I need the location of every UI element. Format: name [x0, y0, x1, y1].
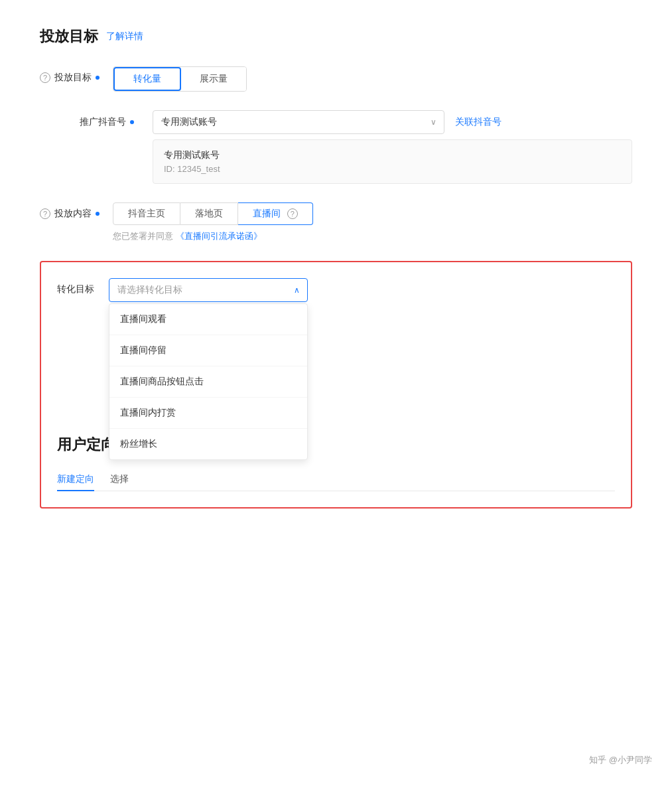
- toggle-conversion-btn[interactable]: 转化量: [113, 67, 181, 91]
- account-dropdown-value: 专用测试账号: [161, 116, 217, 127]
- placement-goal-heading: 投放目标: [40, 27, 98, 46]
- account-info-name: 专用测试账号: [164, 149, 621, 161]
- conversion-select-placeholder: 请选择转化目标: [117, 284, 182, 295]
- content-live-room-label: 直播间: [253, 208, 281, 218]
- content-live-room-btn[interactable]: 直播间 ?: [238, 202, 313, 225]
- page-container: 投放目标 了解详情 ? 投放目标 转化量 展示量 推广抖音号 专用测试账号: [0, 0, 672, 786]
- conversion-dropdown-wrapper: 请选择转化目标 ∧ 直播间观看 直播间停留 直播间商品按钮点击 直播间内打赏 粉…: [109, 278, 308, 302]
- signature-text: 您已签署并同意: [113, 231, 173, 241]
- promote-account-label-text: 推广抖音号: [80, 116, 126, 129]
- signature-link[interactable]: 《直播间引流承诺函》: [176, 231, 262, 241]
- account-dropdown[interactable]: 专用测试账号: [153, 110, 444, 134]
- account-dropdown-wrapper: 专用测试账号 ∨ 关联抖音号: [153, 110, 632, 134]
- conversion-option-3[interactable]: 直播间商品按钮点击: [109, 366, 307, 398]
- placement-goal-required-dot: [96, 76, 100, 80]
- placement-content-help-icon[interactable]: ?: [40, 208, 50, 219]
- conversion-dropdown-menu: 直播间观看 直播间停留 直播间商品按钮点击 直播间内打赏 粉丝增长: [109, 303, 308, 460]
- link-account-link[interactable]: 关联抖音号: [455, 116, 502, 128]
- toggle-impressions-btn[interactable]: 展示量: [181, 67, 246, 91]
- account-dropdown-container: 专用测试账号 ∨: [153, 110, 444, 134]
- placement-content-label-text: 投放内容: [54, 208, 92, 220]
- promote-account-required-dot: [130, 120, 134, 124]
- signature-line: 您已签署并同意 《直播间引流承诺函》: [113, 230, 632, 242]
- promote-account-row: 推广抖音号 专用测试账号 ∨ 关联抖音号 专用测试账号 ID: 12345_te…: [80, 110, 632, 184]
- conversion-target-label-text: 转化目标: [57, 283, 94, 295]
- live-room-help-icon[interactable]: ?: [287, 208, 298, 219]
- placement-content-label: ? 投放内容: [40, 202, 113, 220]
- placement-content-row: ? 投放内容 抖音主页 落地页 直播间 ? 您已签署并同意 《直播间引流承诺函》: [40, 202, 632, 242]
- account-info-box: 专用测试账号 ID: 12345_test: [153, 139, 632, 184]
- placement-goal-label-text: 投放目标: [54, 72, 92, 84]
- placement-content-required-dot: [96, 212, 100, 216]
- account-info-id: ID: 12345_test: [164, 164, 621, 174]
- placement-goal-section-title: 投放目标 了解详情: [40, 27, 632, 46]
- conversion-option-4[interactable]: 直播间内打赏: [109, 398, 307, 429]
- placement-goal-help-icon[interactable]: ?: [40, 72, 50, 83]
- conversion-select[interactable]: 请选择转化目标: [109, 278, 308, 302]
- conversion-target-row: 转化目标 请选择转化目标 ∧ 直播间观看 直播间停留 直播间商品按钮点击 直播间…: [57, 278, 615, 302]
- promote-account-content: 专用测试账号 ∨ 关联抖音号 专用测试账号 ID: 12345_test: [153, 110, 632, 184]
- content-landing-page-btn[interactable]: 落地页: [180, 202, 238, 225]
- conversion-option-5[interactable]: 粉丝增长: [109, 429, 307, 459]
- watermark: 知乎 @小尹同学: [589, 754, 652, 766]
- conversion-target-label: 转化目标: [57, 278, 98, 295]
- content-toggle-group: 抖音主页 落地页 直播间 ?: [113, 202, 632, 225]
- bottom-tabs: 新建定向 选择: [57, 468, 615, 491]
- conversion-option-1[interactable]: 直播间观看: [109, 304, 307, 335]
- user-targeting-heading: 用户定向: [57, 435, 115, 455]
- select-targeting-tab[interactable]: 选择: [110, 468, 129, 491]
- placement-goal-label: ? 投放目标: [40, 66, 113, 84]
- placement-goal-toggle-group: 转化量 展示量: [113, 66, 247, 92]
- new-targeting-tab[interactable]: 新建定向: [57, 468, 94, 491]
- placement-content-content: 抖音主页 落地页 直播间 ? 您已签署并同意 《直播间引流承诺函》: [113, 202, 632, 242]
- conversion-option-2[interactable]: 直播间停留: [109, 335, 307, 366]
- content-douyin-home-btn[interactable]: 抖音主页: [113, 202, 180, 225]
- placement-goal-content: 转化量 展示量: [113, 66, 632, 92]
- red-bordered-section: 转化目标 请选择转化目标 ∧ 直播间观看 直播间停留 直播间商品按钮点击 直播间…: [40, 261, 632, 509]
- promote-account-label: 推广抖音号: [80, 110, 153, 129]
- learn-more-link[interactable]: 了解详情: [106, 31, 143, 42]
- placement-goal-row: ? 投放目标 转化量 展示量: [40, 66, 632, 92]
